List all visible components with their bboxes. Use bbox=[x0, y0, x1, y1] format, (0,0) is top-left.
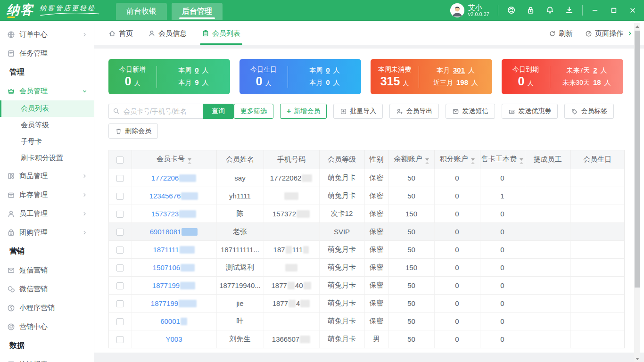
page-operations-button[interactable]: 页面操作 bbox=[585, 29, 633, 38]
table-row[interactable]: 69018081老张SVIP保密5000 bbox=[109, 222, 624, 240]
row-checkbox[interactable] bbox=[116, 336, 124, 343]
page-tabs: 首页会员信息会员列表 bbox=[108, 22, 256, 45]
delete-member-button[interactable]: 删除会员 bbox=[108, 123, 158, 139]
stat-subvalue-link[interactable]: 0 bbox=[195, 66, 198, 74]
sidebar-item-sms-marketing[interactable]: 短信营销 bbox=[0, 261, 94, 280]
sidebar-item-wechat-marketing[interactable]: 微信营销 bbox=[0, 280, 94, 298]
table-row[interactable]: 1877199187719940...187740萌兔月卡保密5000 bbox=[109, 276, 624, 294]
censored-blur bbox=[180, 282, 195, 289]
censored-blur bbox=[289, 300, 296, 307]
sidebar-item-product-management[interactable]: 商品管理 bbox=[0, 166, 94, 185]
sidebar-item-miniprogram-marketing[interactable]: 小程序营销 bbox=[0, 298, 94, 317]
table-row[interactable]: 1772206say17722062萌兔月卡保密5000 bbox=[109, 169, 624, 187]
stat-subvalue-link[interactable]: 301 bbox=[453, 66, 465, 74]
send-sms-button[interactable]: 发送短信 bbox=[446, 104, 495, 119]
row-checkbox[interactable] bbox=[116, 282, 124, 289]
sidebar-item-parent-child-card[interactable]: 子母卡 bbox=[0, 133, 94, 150]
import-icon bbox=[340, 108, 347, 115]
cell-fee: 0 bbox=[480, 294, 525, 312]
header-tab-backend-management[interactable]: 后台管理 bbox=[172, 3, 223, 20]
stat-value: 0 bbox=[518, 75, 525, 87]
sidebar-item-member-list[interactable]: 会员列表 bbox=[0, 100, 94, 117]
col-fee-header[interactable]: 售卡工本费 bbox=[480, 150, 525, 169]
sidebar-item-groupbuy-management[interactable]: 团购管理 bbox=[0, 223, 94, 242]
row-checkbox[interactable] bbox=[116, 175, 124, 182]
sort-control[interactable] bbox=[425, 158, 429, 164]
search-button[interactable]: 查询 bbox=[203, 104, 234, 119]
home-icon bbox=[108, 30, 116, 37]
vertical-scrollbar[interactable] bbox=[634, 23, 640, 362]
lock-icon[interactable] bbox=[526, 6, 535, 15]
sidebar-item-member-level[interactable]: 会员等级 bbox=[0, 117, 94, 133]
search-input[interactable] bbox=[108, 104, 203, 119]
crown-icon bbox=[7, 87, 15, 95]
sidebar-item-inventory-management[interactable]: 库存管理 bbox=[0, 185, 94, 204]
table-row[interactable]: 1877199jie18774萌兔月卡保密5000 bbox=[109, 294, 624, 312]
cell-name: 刘先生 bbox=[216, 330, 264, 348]
member-tags-button[interactable]: 会员标签 bbox=[564, 104, 614, 119]
header-tab-front-cashier[interactable]: 前台收银 bbox=[116, 3, 167, 20]
sidebar-item-order-center[interactable]: 订单中心 bbox=[0, 25, 94, 44]
table-row[interactable]: Y003刘先生1366507萌兔月卡男5000 bbox=[109, 330, 624, 348]
sidebar-item-statistics-report[interactable]: 统计报表 bbox=[0, 355, 94, 362]
user-profile[interactable]: 艾小 v2.0.0.37 bbox=[450, 3, 489, 17]
sidebar-item-task-management[interactable]: 任务管理 bbox=[0, 44, 94, 63]
window-controls bbox=[591, 7, 636, 14]
close-button[interactable] bbox=[629, 7, 636, 14]
service-icon[interactable] bbox=[507, 6, 516, 15]
col-staff-header: 提成员工 bbox=[525, 150, 570, 169]
stat-subvalue-link[interactable]: 0 bbox=[326, 66, 330, 74]
maximize-button[interactable] bbox=[610, 7, 618, 14]
sidebar-item-marketing-center[interactable]: 营销中心 bbox=[0, 317, 94, 336]
row-checkbox[interactable] bbox=[116, 247, 124, 254]
scrollbar-thumb[interactable] bbox=[635, 31, 640, 288]
row-checkbox[interactable] bbox=[116, 318, 124, 325]
download-icon[interactable] bbox=[565, 6, 574, 15]
select-all-checkbox[interactable] bbox=[116, 156, 124, 164]
col-card-header[interactable]: 会员卡号 bbox=[132, 150, 216, 169]
table-row[interactable]: 12345676yh1111萌兔月卡保密5001 bbox=[109, 187, 624, 205]
stat-subvalue-link[interactable]: 9 bbox=[195, 78, 198, 86]
table-row[interactable]: 1507106测试返利萌兔月卡保密15000 bbox=[109, 258, 624, 276]
sidebar-item-card-points-setting[interactable]: 刷卡积分设置 bbox=[0, 150, 94, 166]
export-members-button[interactable]: 会员导出 bbox=[389, 104, 439, 119]
stat-subvalue-link[interactable]: 18 bbox=[593, 78, 601, 86]
cell-phone bbox=[264, 258, 319, 276]
cell-name: 老张 bbox=[216, 222, 264, 240]
tab-member-list[interactable]: 会员列表 bbox=[202, 22, 240, 45]
stat-subvalue-link[interactable]: 0 bbox=[326, 78, 330, 86]
scroll-down-button[interactable] bbox=[634, 355, 640, 362]
col-balance-header[interactable]: 余额账户 bbox=[388, 150, 434, 169]
stat-subvalue-link[interactable]: 2 bbox=[593, 66, 597, 74]
row-checkbox[interactable] bbox=[116, 193, 124, 200]
row-checkbox[interactable] bbox=[116, 211, 124, 218]
tab-member-info[interactable]: 会员信息 bbox=[148, 22, 187, 45]
sort-control[interactable] bbox=[471, 158, 475, 164]
add-member-button[interactable]: +新增会员 bbox=[280, 104, 327, 119]
row-checkbox[interactable] bbox=[116, 300, 124, 307]
miniprogram-icon bbox=[7, 304, 15, 312]
row-checkbox[interactable] bbox=[116, 264, 124, 272]
sort-control[interactable] bbox=[520, 158, 523, 164]
sort-control[interactable] bbox=[188, 158, 191, 164]
more-filters-button[interactable]: 更多筛选 bbox=[234, 104, 273, 119]
stat-subrow: 本周0人 bbox=[178, 66, 208, 75]
bell-icon[interactable] bbox=[545, 6, 554, 15]
table-row[interactable]: 1573723陈157372次卡12保密15000 bbox=[109, 205, 624, 222]
table-row[interactable]: 60001叶萌兔月卡保密5000 bbox=[109, 312, 624, 330]
sidebar-item-staff-management[interactable]: 员工管理 bbox=[0, 204, 94, 223]
cell-gender: 保密 bbox=[364, 276, 388, 294]
tab-home[interactable]: 首页 bbox=[108, 22, 133, 45]
batch-import-button[interactable]: 批量导入 bbox=[333, 104, 383, 119]
sidebar-item-member-management[interactable]: 会员管理 bbox=[0, 82, 94, 100]
scroll-up-button[interactable] bbox=[634, 23, 640, 30]
send-coupon-button[interactable]: 发送优惠券 bbox=[502, 104, 558, 119]
minimize-button[interactable] bbox=[591, 7, 599, 14]
cell-card-number: 1871111 bbox=[132, 240, 216, 258]
stat-subvalue-link[interactable]: 198 bbox=[456, 78, 468, 86]
table-row[interactable]: 1871111187111111...187111萌兔月卡保密5000 bbox=[109, 240, 624, 258]
col-points-header[interactable]: 积分账户 bbox=[434, 150, 480, 169]
refresh-button[interactable]: 刷新 bbox=[549, 29, 573, 38]
row-checkbox[interactable] bbox=[116, 229, 124, 236]
cell-phone: 1366507 bbox=[264, 330, 319, 348]
